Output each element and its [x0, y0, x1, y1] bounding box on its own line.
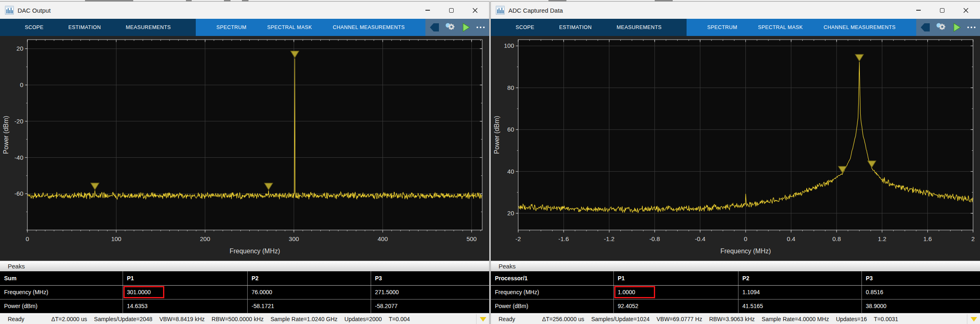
background-window-fragment	[548, 0, 566, 1]
x-tick-label: 1.2	[878, 235, 886, 242]
status-time: T=0.0031	[874, 316, 898, 322]
x-tick-label: 400	[378, 235, 388, 242]
minimize-button[interactable]	[906, 3, 930, 18]
p1-power-cell: 92.4052	[613, 299, 738, 313]
tab-channel-measurements[interactable]: CHANNEL MEASUREMENTS	[823, 25, 895, 30]
y-tick-label: 0	[20, 81, 23, 88]
peaks-col-p1: P1	[613, 271, 738, 285]
peaks-panel-title: Peaks	[491, 261, 980, 271]
peaks-col-p2: P2	[738, 271, 861, 285]
more-options-icon[interactable]	[967, 25, 976, 29]
p2-frequency-cell: 76.0000	[247, 285, 371, 299]
peaks-panel: Peaks Processor/1 P1 P2 P3 Frequency (MH…	[491, 261, 980, 313]
spectrum-plot-dac[interactable]: 0100200300400500200-20-40-60Frequency (M…	[0, 36, 489, 261]
tab-spectrum[interactable]: SPECTRUM	[217, 25, 246, 30]
p1-frequency-cell: 1.0000	[613, 285, 738, 299]
background-window-fragment	[242, 0, 248, 1]
tab-scope[interactable]: SCOPE	[25, 25, 44, 30]
peaks-power-row: Power (dBm) 92.4052 41.5165 38.9000	[491, 299, 980, 313]
x-tick-label: -0.8	[649, 235, 660, 242]
tab-estimation[interactable]: ESTIMATION	[68, 25, 101, 30]
trigger-marker-icon	[480, 317, 486, 322]
close-button[interactable]	[954, 3, 978, 18]
status-state: Ready	[499, 316, 515, 322]
window-dac-output: DAC Output SCOPE ESTIMATION MEASUREMENTS…	[0, 2, 489, 324]
minimize-icon	[916, 10, 921, 11]
status-bar: Ready ΔT=2.0000 us Samples/Update=2048 V…	[0, 313, 489, 324]
y-axis-label: Power (dBm)	[2, 116, 9, 154]
maximize-button[interactable]	[930, 3, 954, 18]
x-tick-label: 0.8	[832, 235, 841, 242]
close-button[interactable]	[463, 3, 487, 18]
status-bar: Ready ΔT=256.0000 us Samples/Update=1024…	[491, 313, 980, 324]
toolstrip-group-scope: SCOPE ESTIMATION MEASUREMENTS	[0, 19, 196, 36]
settings-gear-icon[interactable]	[936, 21, 947, 34]
peaks-frequency-row: Frequency (MHz) 1.0000 1.1094 0.8516	[491, 285, 980, 299]
collapse-chevron-icon[interactable]	[920, 22, 931, 32]
window-title: DAC Output	[18, 7, 51, 14]
tab-estimation[interactable]: ESTIMATION	[559, 25, 591, 30]
status-corner	[967, 314, 977, 324]
background-window-fragment	[186, 0, 192, 1]
peaks-col-source: Processor/1	[491, 271, 613, 285]
p3-power-cell: 38.9000	[861, 299, 980, 313]
tab-measurements[interactable]: MEASUREMENTS	[126, 25, 171, 30]
tab-measurements[interactable]: MEASUREMENTS	[617, 25, 662, 30]
status-vbw: VBW=69.0777 Hz	[656, 316, 702, 322]
status-rbw: RBW=500.0000 kHz	[212, 316, 264, 322]
row-label: Power (dBm)	[0, 299, 123, 313]
tab-channel-measurements[interactable]: CHANNEL MEASUREMENTS	[333, 25, 405, 30]
peaks-col-p3: P3	[861, 271, 980, 285]
titlebar[interactable]: DAC Output	[0, 2, 489, 19]
window-title: ADC Captured Data	[508, 7, 563, 14]
toolbar-icon-panel	[425, 19, 489, 36]
run-play-icon[interactable]	[952, 22, 961, 32]
p2-power-cell: -58.1721	[247, 299, 371, 313]
x-tick-label: 300	[289, 235, 299, 242]
y-tick-label: -40	[14, 154, 23, 161]
maximize-button[interactable]	[439, 3, 463, 18]
peaks-panel-title: Peaks	[0, 261, 489, 271]
y-axis-label: Power (dBm)	[493, 116, 500, 154]
p3-power-cell: -58.2077	[371, 299, 489, 313]
peaks-table: Processor/1 P1 P2 P3 Frequency (MHz) 1.0…	[491, 271, 980, 313]
background-window-fragment	[655, 0, 673, 1]
status-samples-per-update: Samples/Update=2048	[94, 316, 152, 322]
more-options-icon[interactable]	[476, 25, 486, 29]
plot-background	[27, 40, 482, 230]
titlebar[interactable]: ADC Captured Data	[491, 2, 980, 19]
toolstrip-group-spectrum: SPECTRUM SPECTRAL MASK CHANNEL MEASUREME…	[687, 19, 917, 36]
peaks-frequency-row: Frequency (MHz) 301.0000 76.0000 271.500…	[0, 285, 489, 299]
status-updates: Updates=2000	[345, 316, 382, 322]
status-vbw: VBW=8.8419 kHz	[159, 316, 205, 322]
background-window-fragment	[224, 0, 230, 1]
p2-power-cell: 41.5165	[738, 299, 861, 313]
row-label: Power (dBm)	[491, 299, 613, 313]
highlight-box: 1.0000	[614, 286, 655, 298]
highlight-box: 301.0000	[123, 286, 164, 298]
status-rbw: RBW=3.9063 kHz	[709, 316, 755, 322]
x-axis-label: Frequency (MHz)	[720, 248, 771, 255]
minimize-button[interactable]	[416, 3, 439, 18]
x-tick-label: -1.6	[558, 235, 569, 242]
status-time: T=0.004	[389, 316, 410, 322]
tab-spectral-mask[interactable]: SPECTRAL MASK	[267, 25, 312, 30]
close-icon	[472, 8, 478, 13]
y-tick-label: 20	[507, 210, 514, 217]
spectrum-plot-adc[interactable]: -2-1.6-1.2-0.8-0.400.40.81.21.6220406080…	[491, 36, 980, 261]
peaks-col-source: Sum	[0, 271, 123, 285]
toolstrip-group-scope: SCOPE ESTIMATION MEASUREMENTS	[491, 19, 687, 36]
run-play-icon[interactable]	[461, 22, 470, 32]
settings-gear-icon[interactable]	[445, 21, 456, 34]
tab-spectrum[interactable]: SPECTRUM	[707, 25, 737, 30]
row-label: Frequency (MHz)	[0, 285, 123, 299]
tab-scope[interactable]: SCOPE	[516, 25, 535, 30]
collapse-chevron-icon[interactable]	[429, 22, 440, 32]
p1-frequency-cell: 301.0000	[123, 285, 247, 299]
x-tick-label: 2	[971, 235, 975, 242]
tab-spectral-mask[interactable]: SPECTRAL MASK	[758, 25, 803, 30]
window-adc-captured-data: ADC Captured Data SCOPE ESTIMATION MEASU…	[491, 2, 980, 324]
y-tick-label: 60	[507, 126, 514, 133]
p2-frequency-cell: 1.1094	[738, 285, 861, 299]
toolbar: SCOPE ESTIMATION MEASUREMENTS SPECTRUM S…	[0, 19, 489, 36]
